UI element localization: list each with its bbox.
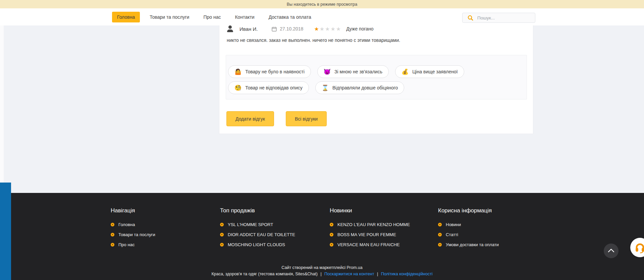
- tag-label: Товару не було в наявності: [245, 69, 305, 74]
- nav-item-link[interactable]: Товари та послуги: [150, 14, 189, 20]
- nav-item-link[interactable]: Контакти: [235, 14, 254, 20]
- bullet-icon: [111, 243, 114, 247]
- review-card: Иван И. 27.10.2018 ★★★★★ Дуже погано ник…: [219, 21, 533, 134]
- footer-column-title: Навігація: [111, 207, 220, 214]
- footer-link[interactable]: Про нас: [111, 242, 220, 247]
- tag-emoji-icon: 🧐: [234, 85, 241, 91]
- review-text: никто не связался. заказ не выполнен. ни…: [227, 38, 400, 43]
- star-icon: ★: [320, 26, 325, 32]
- footer-link-label: Статті: [446, 232, 458, 237]
- star-icon: ★: [330, 26, 336, 32]
- search-box[interactable]: [462, 13, 535, 23]
- left-blue-strip: [0, 183, 11, 280]
- footer-link[interactable]: Новини: [438, 222, 535, 227]
- bullet-icon: [438, 233, 442, 236]
- footer-link[interactable]: Умови доставки та оплати: [438, 242, 535, 247]
- tag-emoji-icon: ⌛: [322, 85, 329, 91]
- footer-link-label: Новини: [446, 222, 461, 227]
- calendar-icon: [272, 26, 277, 31]
- footer-link[interactable]: Статті: [438, 232, 535, 237]
- search-icon: [467, 15, 474, 21]
- review-tags-panel: 🤷Товару не було в наявності👿Зі мною не з…: [226, 55, 527, 99]
- tag-label: Ціна вище заявленої: [412, 69, 458, 74]
- review-tag-chip[interactable]: 💰Ціна вище заявленої: [395, 65, 464, 78]
- all-reviews-button[interactable]: Всі відгуки: [286, 111, 327, 126]
- bullet-icon: [220, 223, 224, 226]
- rating-label: Дуже погано: [346, 26, 373, 31]
- footer-link[interactable]: KENZO L'EAU PAR KENZO HOMME: [330, 222, 438, 227]
- footer-columns: НавігаціяГоловнаТовари та послугиПро нас…: [111, 207, 540, 252]
- footer-link-label: Головна: [118, 222, 135, 227]
- footer-link-label: Про нас: [118, 242, 135, 247]
- bullet-icon: [220, 233, 224, 236]
- tag-label: Товар не відповідав опису: [245, 85, 303, 90]
- footer-link-label: Товари та послуги: [118, 232, 155, 237]
- bullet-icon: [111, 223, 114, 226]
- review-tag-chip[interactable]: 🤷Товару не було в наявності: [228, 65, 311, 78]
- footer-column-title: Топ продажів: [220, 207, 330, 214]
- footer-bottom: Сайт створений на маркетплейсі Prom.ua К…: [0, 265, 644, 277]
- footer-column: НавігаціяГоловнаТовари та послугиПро нас: [111, 207, 220, 252]
- footer-column: НовинкиKENZO L'EAU PAR KENZO HOMMEBOSS M…: [330, 207, 438, 252]
- tag-emoji-icon: 💰: [401, 69, 409, 75]
- main-menu: ГоловнаТовари та послугиПро насКонтактиД…: [111, 8, 318, 25]
- separator: |: [376, 272, 379, 276]
- footer-link[interactable]: Головна: [111, 222, 220, 227]
- review-tag-chip[interactable]: 👿Зі мною не зв'язались: [317, 65, 389, 78]
- review-tag-chip[interactable]: ⌛Відправляли довше обіцяного: [315, 81, 405, 94]
- tag-label: Зі мною не зв'язались: [334, 69, 382, 74]
- company-line: Краса, здоров'я та одяг (тестова компані…: [0, 271, 644, 277]
- bullet-icon: [330, 233, 333, 236]
- footer-bottom-link[interactable]: Політика конфіденційності: [381, 272, 433, 276]
- footer-link-label: VERSACE MAN EAU FRAICHE: [337, 242, 400, 247]
- nav-item-active[interactable]: Головна: [112, 12, 140, 22]
- footer-link-label: YSL L'HOMME SPORT: [228, 222, 273, 227]
- nav-item-link[interactable]: Про нас: [203, 14, 221, 20]
- headset-icon: [634, 241, 644, 254]
- footer-column: Корисна інформаціяНовиниСтаттіУмови дост…: [438, 207, 535, 252]
- nav-item-link[interactable]: Доставка та оплата: [269, 14, 311, 20]
- footer-bottom-link[interactable]: Поскаржитися на контент: [324, 272, 374, 276]
- review-header: Иван И. 27.10.2018 ★★★★★ Дуже погано: [227, 24, 374, 33]
- marketplace-note: Сайт створений на маркетплейсі Prom.ua: [0, 265, 644, 271]
- review-tag-chip[interactable]: 🧐Товар не відповідав опису: [228, 81, 309, 94]
- bullet-icon: [438, 243, 442, 247]
- main-navbar: ГоловнаТовари та послугиПро насКонтактиД…: [0, 8, 644, 25]
- footer: НавігаціяГоловнаТовари та послугиПро нас…: [0, 193, 644, 280]
- bullet-icon: [220, 243, 224, 247]
- footer-link[interactable]: BOSS MA VIE POUR FEMME: [330, 232, 438, 237]
- user-avatar-icon: [227, 25, 233, 32]
- search-input[interactable]: [477, 15, 532, 21]
- tag-emoji-icon: 👿: [324, 69, 331, 75]
- footer-link-label: KENZO L'EAU PAR KENZO HOMME: [337, 222, 410, 227]
- footer-link-label: DIOR ADDICT EAU DE TOILETTE: [228, 232, 295, 237]
- footer-link[interactable]: Товари та послуги: [111, 232, 220, 237]
- footer-link-label: MOSCHINO LIGHT CLOUDS: [228, 242, 285, 247]
- preview-mode-banner: Вы находитесь в режиме просмотра: [0, 0, 644, 8]
- footer-link[interactable]: MOSCHINO LIGHT CLOUDS: [220, 242, 330, 247]
- bullet-icon: [330, 243, 333, 247]
- footer-link[interactable]: YSL L'HOMME SPORT: [220, 222, 330, 227]
- bullet-icon: [438, 223, 442, 226]
- footer-link-label: Умови доставки та оплати: [446, 242, 499, 247]
- star-icon: ★: [314, 26, 319, 32]
- tag-emoji-icon: 🤷: [234, 69, 241, 75]
- company-name: Краса, здоров'я та одяг (тестова компані…: [212, 272, 318, 276]
- footer-link-label: BOSS MA VIE POUR FEMME: [337, 232, 396, 237]
- scroll-to-top-button[interactable]: [604, 243, 619, 258]
- footer-link[interactable]: DIOR ADDICT EAU DE TOILETTE: [220, 232, 330, 237]
- star-icon: ★: [336, 26, 341, 32]
- star-icon: ★: [325, 26, 330, 32]
- footer-link[interactable]: VERSACE MAN EAU FRAICHE: [330, 242, 438, 247]
- page: Вы находитесь в режиме просмотра Головна…: [0, 0, 644, 280]
- left-edge-strip: [0, 8, 4, 183]
- review-author: Иван И.: [239, 26, 258, 32]
- bullet-icon: [111, 233, 114, 236]
- review-date: 27.10.2018: [280, 26, 303, 31]
- bullet-icon: [330, 223, 333, 226]
- footer-column-title: Новинки: [330, 207, 438, 214]
- star-rating: ★★★★★: [314, 26, 341, 32]
- footer-column-title: Корисна інформація: [438, 207, 535, 214]
- add-review-button[interactable]: Додати відгук: [226, 111, 274, 126]
- separator: |: [319, 272, 323, 276]
